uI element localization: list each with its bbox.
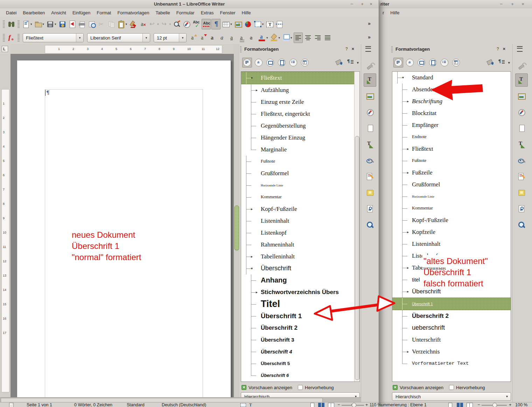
export-pdf-icon[interactable] bbox=[68, 19, 77, 29]
sidebar-tab-find[interactable] bbox=[364, 218, 376, 231]
panel-help-button[interactable]: ? bbox=[497, 47, 499, 51]
insert-frame-icon[interactable]: ▾ bbox=[253, 19, 265, 29]
style-item[interactable]: ▸Verzeichnis bbox=[392, 346, 511, 358]
style-item[interactable]: ▸Fußzeile bbox=[392, 167, 511, 179]
toolbar-grip[interactable] bbox=[18, 34, 20, 42]
list-styles-icon[interactable] bbox=[288, 58, 298, 67]
table-styles-icon[interactable] bbox=[300, 58, 310, 67]
expand-collapse-icon[interactable]: ▾ bbox=[251, 266, 253, 270]
style-item[interactable]: Überschrift 1 bbox=[392, 298, 511, 310]
front-zoom-level[interactable]: 110 % bbox=[370, 402, 381, 407]
sidebar-tab-page[interactable] bbox=[364, 122, 376, 135]
sidebar-tab-navigator[interactable] bbox=[515, 106, 528, 119]
dropdown-arrow-icon[interactable]: ▾ bbox=[169, 22, 171, 26]
dropdown-arrow-icon[interactable]: ▾ bbox=[230, 22, 232, 26]
expand-expand-icon[interactable]: ▸ bbox=[407, 350, 409, 354]
list-styles-icon[interactable] bbox=[440, 58, 449, 67]
overflow-icon[interactable]: » bbox=[366, 19, 375, 29]
dropdown-arrow-icon[interactable]: ▾ bbox=[157, 22, 159, 26]
panel-close-button[interactable]: × bbox=[351, 46, 354, 51]
grow-font-icon[interactable]: a bbox=[189, 33, 198, 43]
zoom-out-button[interactable]: − bbox=[337, 402, 340, 407]
style-item[interactable]: titel bbox=[392, 274, 511, 286]
menu-fenster[interactable]: Fenster bbox=[217, 9, 239, 16]
style-item[interactable]: Grußformel bbox=[241, 167, 359, 179]
style-item[interactable]: ▾Standard bbox=[392, 72, 511, 84]
highlighting-checkbox[interactable] bbox=[298, 385, 303, 390]
style-item[interactable]: Endnote bbox=[392, 131, 511, 143]
single-page-view-icon[interactable] bbox=[447, 402, 454, 407]
menu-extras[interactable]: Extras bbox=[198, 9, 217, 16]
zoom-slider-thumb[interactable] bbox=[492, 403, 497, 407]
paragraph-styles-icon[interactable] bbox=[393, 58, 403, 67]
find-replace-icon[interactable] bbox=[172, 19, 181, 29]
dropdown-arrow-icon[interactable]: ▾ bbox=[266, 36, 268, 40]
paragraph-styles-icon[interactable] bbox=[242, 58, 252, 67]
font-color-icon[interactable]: a▾ bbox=[257, 33, 269, 43]
binoculars-find-icon[interactable] bbox=[7, 19, 16, 29]
style-item[interactable]: ▸Tabelleninhalt bbox=[241, 251, 359, 263]
dropdown-arrow-icon[interactable]: ▾ bbox=[262, 22, 264, 26]
bold-icon[interactable]: a bbox=[208, 33, 217, 43]
auto-spellcheck-icon[interactable]: Abc bbox=[202, 19, 211, 29]
expand-expand-icon[interactable]: ▸ bbox=[407, 230, 409, 234]
highlighting-checkbox[interactable] bbox=[449, 385, 454, 390]
expand-expand-icon[interactable]: ▸ bbox=[407, 171, 409, 174]
selection-mode-icon[interactable] bbox=[240, 402, 247, 407]
dropdown-arrow-icon[interactable]: ▾ bbox=[43, 22, 44, 26]
style-item[interactable]: Empfänger bbox=[392, 119, 511, 131]
toolbar-grip[interactable] bbox=[18, 20, 20, 28]
style-item[interactable]: Anhang bbox=[241, 274, 359, 286]
sidebar-menu-icon[interactable] bbox=[517, 46, 523, 52]
style-item[interactable]: Listeninhalt bbox=[241, 215, 359, 227]
copy-icon[interactable] bbox=[107, 19, 116, 29]
paragraph-style-value[interactable]: Fließtext bbox=[23, 35, 76, 41]
styles-action-menu-icon[interactable]: ¶ bbox=[497, 58, 506, 67]
style-item[interactable]: Fließtext, eingerückt bbox=[241, 108, 359, 120]
menu-tabelle[interactable]: Tabelle bbox=[152, 9, 173, 16]
insert-textbox-icon[interactable]: T bbox=[265, 19, 274, 29]
cut-icon[interactable]: ✂ bbox=[97, 19, 106, 29]
style-item[interactable]: Einzug erste Zeile bbox=[241, 96, 359, 108]
spellcheck-icon[interactable]: Abc✓ bbox=[192, 19, 201, 29]
dropdown-arrow-icon[interactable]: ▾ bbox=[290, 36, 292, 40]
clear-formatting-icon[interactable]: a× bbox=[138, 19, 147, 29]
panel-scrollbar-thumb[interactable] bbox=[355, 136, 359, 380]
style-item[interactable]: Überschrift 2 bbox=[241, 322, 359, 334]
style-item[interactable]: Titel bbox=[241, 298, 359, 310]
sidebar-tab-styles[interactable]: T bbox=[364, 138, 376, 151]
zoom-out-button[interactable]: − bbox=[477, 402, 480, 407]
paragraph-style-combo[interactable]: Fließtext ▾ bbox=[23, 33, 84, 42]
panel-grip[interactable] bbox=[391, 46, 393, 52]
expand-collapse-icon[interactable]: ▾ bbox=[402, 76, 404, 79]
vertical-ruler[interactable]: 1234567891011121314151617 bbox=[0, 54, 11, 397]
character-styles-icon[interactable]: a bbox=[405, 58, 415, 67]
style-item[interactable]: ▾Fließtext bbox=[241, 72, 359, 84]
style-item[interactable]: Fußnote bbox=[241, 156, 359, 167]
style-item[interactable]: Überschrift 3 bbox=[241, 334, 359, 346]
expand-expand-icon[interactable]: ▸ bbox=[407, 290, 409, 293]
expand-collapse-icon[interactable]: ▾ bbox=[251, 76, 253, 80]
expand-expand-icon[interactable]: ▸ bbox=[251, 207, 253, 211]
sidebar-tab-style-inspector[interactable] bbox=[364, 154, 376, 167]
sidebar-tab-navigator[interactable] bbox=[364, 106, 376, 119]
sidebar-tab-manage-changes[interactable] bbox=[515, 170, 528, 183]
redo-icon[interactable]: ↪▾ bbox=[160, 19, 172, 29]
style-item[interactable]: ▸Überschrift bbox=[392, 286, 511, 298]
highlight-color-icon[interactable]: ▾ bbox=[270, 33, 281, 43]
menu-datei[interactable]: Datei bbox=[3, 9, 20, 16]
style-item[interactable]: Horizontale Linie bbox=[241, 179, 359, 191]
insert-chart-icon[interactable] bbox=[243, 19, 252, 29]
style-item[interactable]: Überschrift 1 bbox=[241, 310, 359, 322]
styles-action-dropdown-icon[interactable]: ▾ bbox=[508, 60, 510, 65]
expand-expand-icon[interactable]: ▸ bbox=[256, 88, 258, 92]
style-item[interactable]: Überschrift 5 bbox=[241, 358, 359, 370]
menu-ansicht[interactable]: Ansicht bbox=[48, 9, 69, 16]
dropdown-arrow-icon[interactable]: ▾ bbox=[30, 22, 32, 26]
new-document-icon[interactable]: ▾ bbox=[21, 19, 33, 29]
open-icon[interactable]: ▾ bbox=[34, 19, 45, 29]
expand-expand-icon[interactable]: ▸ bbox=[256, 290, 258, 294]
sidebar-menu-icon[interactable] bbox=[365, 46, 371, 52]
status-page-count[interactable]: Seite 1 von 1 bbox=[27, 402, 52, 407]
back-minimize-button[interactable]: − bbox=[498, 1, 504, 7]
